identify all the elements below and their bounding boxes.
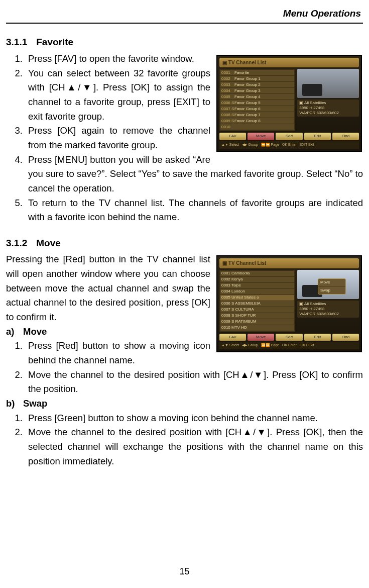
hint-bar: ▲▼ Select◀▶ Group⏪⏩ PageOK EnterEXIT Exi… (219, 342, 359, 349)
heading-favorite: 3.1.1Favorite (6, 35, 363, 49)
heading-move: 3.1.2Move (6, 236, 363, 250)
edit-button: Edit (304, 133, 331, 140)
sub-label: b) (6, 397, 23, 411)
move-button: Move (248, 133, 274, 140)
sort-button: Sort (276, 334, 302, 341)
figure-move-screenshot: ▣ TV Channel List 0001 Cambodia 0002 Ken… (216, 255, 362, 352)
find-button: Find (332, 334, 359, 341)
preview-pane (297, 69, 359, 98)
hint-bar: ▲▼ Select◀▶ Group⏪⏩ PageOK EnterEXIT Exi… (219, 141, 359, 149)
list-item: Move the channel to the desired position… (25, 368, 363, 397)
button-bar: FAV Move Sort Edit Find (219, 334, 359, 341)
signal-info: ▣ All Satellites 3950 H 27498 V/A/PCR 60… (297, 301, 359, 318)
heading-number: 3.1.2 (6, 238, 27, 248)
page-number: 15 (0, 565, 369, 579)
figure-favorite-screenshot: ▣ TV Channel List 0001Favorite 0002Favor… (216, 55, 362, 152)
move-swap-popup: Move Swap (318, 278, 346, 295)
sub-swap: b)Swap (6, 397, 363, 411)
sub-title: Swap (23, 398, 47, 409)
find-button: Find (332, 133, 359, 140)
channel-list: 0001Favorite 0002Favor Group 1 0003Favor… (219, 69, 295, 131)
fav-button: FAV (219, 334, 246, 341)
list-item: Press [MENU] button you will be asked “A… (25, 153, 363, 196)
move-b-steps: Press [Green] button to show a moving ic… (6, 411, 363, 469)
channel-list: 0001 Cambodia 0002 Kenya 0003 Taipe 0004… (219, 270, 295, 332)
list-item: To return to the TV channel list. The ch… (25, 196, 363, 225)
heading-text: Move (36, 238, 61, 248)
tv-window-title: ▣ TV Channel List (219, 258, 359, 268)
list-item: Press [Green] button to show a moving ic… (25, 411, 363, 426)
tv-window-title: ▣ TV Channel List (219, 58, 359, 68)
edit-button: Edit (304, 334, 331, 341)
fav-button: FAV (219, 133, 246, 140)
heading-text: Favorite (36, 37, 73, 47)
header-rule (6, 23, 363, 24)
page-header: Menu Operations (6, 6, 363, 21)
sub-label: a) (6, 325, 23, 339)
button-bar: FAV Move Sort Edit Find (219, 133, 359, 140)
sort-button: Sort (276, 133, 302, 140)
heading-number: 3.1.1 (6, 37, 27, 47)
list-item: Move the channel to the desired position… (25, 425, 363, 468)
move-button: Move (248, 334, 274, 341)
sub-title: Move (23, 326, 47, 337)
signal-info: ▣ All Satellites 3950 H 27498 V/A/PCR 60… (297, 100, 359, 117)
